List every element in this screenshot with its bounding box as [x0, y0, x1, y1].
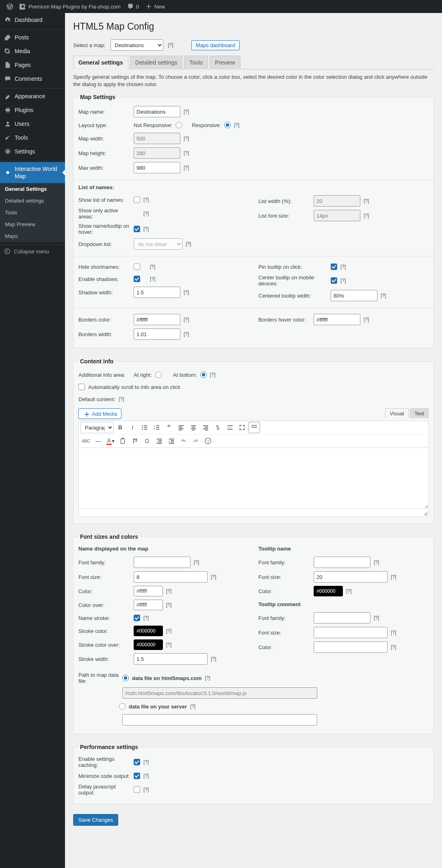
name-font-size-input[interactable] [134, 571, 208, 583]
sidebar-item-appearance[interactable]: Appearance [0, 89, 65, 103]
help-icon[interactable]: [?] [184, 136, 189, 141]
sidebar-item-plugins[interactable]: Plugins [0, 103, 65, 117]
map-select[interactable]: Destinations [110, 39, 163, 51]
help-icon[interactable]: [?] [391, 574, 396, 580]
sidebar-item-pages[interactable]: Pages [0, 58, 65, 72]
help-icon[interactable]: [?] [166, 642, 171, 648]
comments-link[interactable]: 0 [124, 0, 142, 13]
help-icon[interactable]: [?] [184, 317, 189, 322]
help-icon[interactable]: [?] [190, 704, 195, 709]
tooltip-name-font-family-input[interactable] [314, 557, 370, 568]
help-icon[interactable]: [?] [340, 278, 346, 283]
help-icon[interactable]: [?] [211, 574, 216, 580]
dropdown-select[interactable]: do not show [134, 238, 182, 250]
help-icon[interactable]: [?] [150, 276, 155, 282]
indent-button[interactable] [166, 435, 177, 447]
name-font-family-input[interactable] [134, 557, 191, 568]
site-link[interactable]: Premium Map Plugins by Fla-shop.com [16, 0, 124, 13]
sidebar-item-tools[interactable]: Tools [0, 131, 65, 145]
bold-button[interactable]: B [115, 422, 126, 433]
bullet-list-button[interactable] [139, 422, 150, 433]
help-icon[interactable]: [?] [364, 317, 369, 322]
stroke-color-over-input[interactable]: #000000 [134, 639, 163, 650]
map-width-input[interactable] [134, 133, 180, 144]
submenu-general-settings[interactable]: General Settings [0, 183, 65, 195]
help-icon[interactable]: [?] [184, 150, 189, 156]
help-icon[interactable]: [?] [143, 773, 149, 779]
sidebar-item-media[interactable]: Media [0, 44, 65, 58]
submenu-tools[interactable]: Tools [0, 207, 65, 218]
help-icon[interactable]: [?] [364, 213, 369, 218]
center-tooltip-checkbox[interactable] [331, 277, 337, 284]
shadow-width-input[interactable] [134, 287, 180, 298]
help-icon[interactable]: [?] [205, 675, 210, 681]
minimize-checkbox[interactable] [134, 773, 140, 779]
caching-checkbox[interactable] [134, 759, 140, 765]
quote-button[interactable]: “ [163, 422, 175, 433]
help-icon[interactable]: [?] [340, 264, 346, 270]
tooltip-comment-font-size-input[interactable] [314, 627, 388, 638]
enable-shadows-checkbox[interactable] [134, 276, 140, 282]
sidebar-item-comments[interactable]: Comments [0, 72, 65, 86]
at-right-radio[interactable] [155, 371, 162, 378]
align-right-button[interactable] [200, 422, 211, 433]
number-list-button[interactable]: 123 [151, 422, 162, 433]
add-media-button[interactable]: Add Media [78, 408, 121, 419]
editor-tab-visual[interactable]: Visual [385, 408, 408, 418]
sidebar-item-dashboard[interactable]: Dashboard [0, 13, 65, 27]
layout-not-responsive-radio[interactable] [176, 122, 182, 128]
submenu-map-preview[interactable]: Map Preview [0, 218, 65, 230]
help-icon[interactable]: [?] [210, 372, 215, 378]
borders-hover-input[interactable] [314, 314, 360, 325]
sidebar-item-posts[interactable]: Posts [0, 30, 65, 44]
help-icon[interactable]: [?] [391, 644, 396, 650]
help-icon[interactable]: [?] [391, 630, 396, 635]
help-icon[interactable]: [?] [143, 226, 149, 232]
toolbar-toggle-button[interactable] [249, 422, 260, 433]
map-height-input[interactable] [134, 147, 180, 159]
help-icon[interactable]: [?] [119, 396, 124, 402]
pin-tooltip-checkbox[interactable] [331, 263, 337, 270]
show-list-checkbox[interactable] [134, 196, 140, 203]
save-button[interactable]: Save Changes [73, 814, 118, 826]
hr-button[interactable]: — [93, 435, 104, 447]
submenu-maps[interactable]: Maps [0, 230, 65, 242]
help-icon[interactable]: [?] [143, 759, 149, 765]
help-icon[interactable]: [?] [150, 264, 155, 270]
tooltip-name-font-size-input[interactable] [314, 571, 388, 583]
help-icon[interactable]: [?] [346, 588, 351, 594]
local-radio[interactable] [119, 703, 126, 710]
paragraph-select[interactable]: Paragraph [80, 422, 114, 433]
help-icon[interactable]: [?] [184, 109, 189, 114]
name-stroke-checkbox[interactable] [134, 615, 140, 621]
delay-checkbox[interactable] [134, 786, 140, 793]
tooltip-name-color-input[interactable]: #000000 [314, 586, 343, 596]
cdn-path-input[interactable] [122, 687, 317, 699]
tab-tools[interactable]: Tools [184, 56, 208, 69]
help-icon[interactable]: [?] [168, 42, 173, 48]
maps-dashboard-button[interactable]: Maps dashboard [191, 40, 240, 50]
list-font-input[interactable] [314, 210, 360, 221]
sidebar-item-settings[interactable]: Settings [0, 145, 65, 158]
help-icon[interactable]: [?] [211, 656, 216, 662]
help-icon[interactable]: [?] [184, 331, 189, 337]
help-icon[interactable]: [?] [364, 198, 369, 204]
help-icon[interactable]: [?] [143, 615, 149, 621]
max-width-input[interactable] [134, 162, 180, 173]
help-icon[interactable]: [?] [184, 289, 189, 295]
tooltip-comment-font-family-input[interactable] [314, 612, 370, 624]
help-icon[interactable]: [?] [186, 241, 191, 247]
fullscreen-button[interactable] [236, 422, 248, 433]
help-icon[interactable]: [?] [166, 602, 171, 608]
help-icon[interactable]: [?] [166, 588, 171, 594]
align-center-button[interactable] [188, 422, 199, 433]
clear-format-button[interactable] [129, 435, 141, 447]
text-color-button[interactable]: A▾ [105, 435, 116, 447]
help-icon[interactable]: [?] [184, 165, 189, 171]
help-icon[interactable]: [?] [381, 293, 386, 298]
name-color-over-input[interactable]: #ffffff [134, 600, 163, 610]
borders-width-input[interactable] [134, 328, 180, 340]
cdn-radio[interactable] [122, 675, 129, 681]
italic-button[interactable]: I [127, 422, 138, 433]
help-icon[interactable]: [?] [166, 628, 171, 634]
